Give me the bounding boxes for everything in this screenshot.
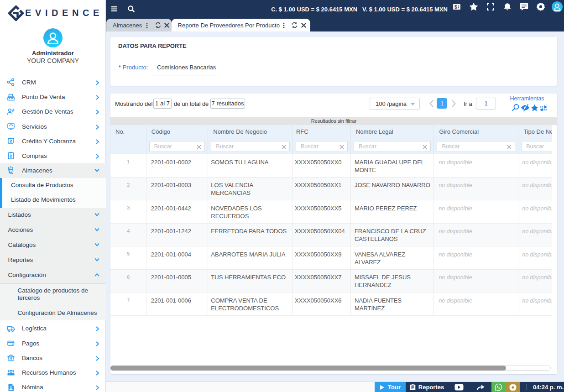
svg-text:$: $ [454, 5, 457, 10]
